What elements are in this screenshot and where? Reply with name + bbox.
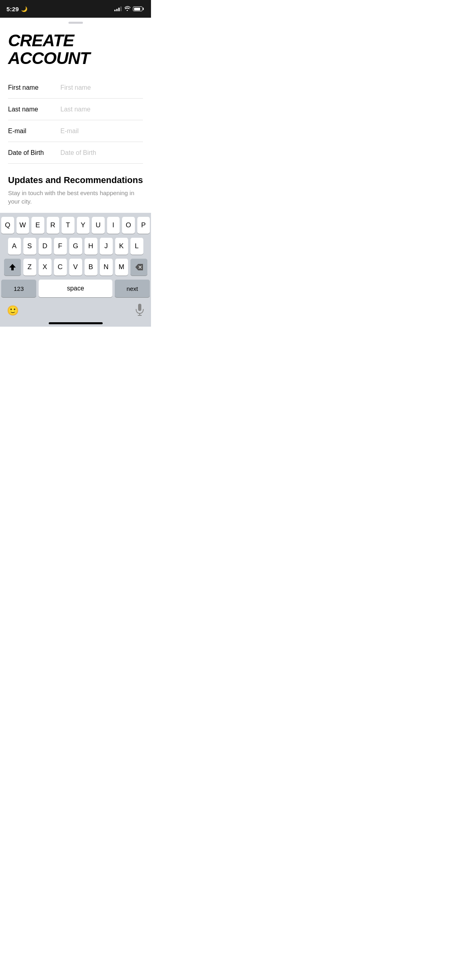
space-key[interactable]: space (39, 280, 112, 297)
keyboard-row-1: Q W E R T Y U I O P (1, 217, 150, 234)
keyboard-bottom-row: 🙂 (1, 301, 150, 321)
drag-handle-bar (68, 22, 83, 24)
delete-key[interactable] (130, 259, 147, 276)
key-k[interactable]: K (115, 238, 128, 255)
key-r[interactable]: R (47, 217, 60, 234)
svg-rect-0 (138, 304, 141, 311)
keyboard: Q W E R T Y U I O P A S D F G H J K L (0, 213, 151, 327)
key-x[interactable]: X (39, 259, 52, 276)
key-v[interactable]: V (69, 259, 82, 276)
create-account-form: First name Last name E-mail Date of Birt… (0, 77, 151, 164)
key-b[interactable]: B (85, 259, 97, 276)
status-right-icons (114, 6, 144, 12)
key-c[interactable]: C (54, 259, 67, 276)
key-o[interactable]: O (122, 217, 135, 234)
key-j[interactable]: J (100, 238, 113, 255)
key-y[interactable]: Y (77, 217, 90, 234)
key-g[interactable]: G (69, 238, 82, 255)
drag-handle[interactable] (0, 18, 151, 26)
email-row: E-mail (8, 120, 143, 142)
next-key[interactable]: next (115, 280, 150, 297)
key-m[interactable]: M (115, 259, 128, 276)
key-z[interactable]: Z (23, 259, 36, 276)
recommendations-title: Updates and Recommendations (8, 175, 143, 185)
status-bar: 5:29 🌙 (0, 0, 151, 18)
main-content: CREATE ACCOUNT First name Last name E-ma… (0, 18, 151, 327)
key-q[interactable]: Q (1, 217, 14, 234)
email-label: E-mail (8, 128, 60, 135)
battery-icon (133, 6, 144, 11)
last-name-input[interactable] (60, 106, 143, 113)
recommendations-desc: Stay in touch with the best events happe… (8, 189, 143, 206)
key-e[interactable]: E (31, 217, 44, 234)
keyboard-row-3: Z X C V B N M (1, 259, 150, 276)
signal-icon (114, 6, 122, 11)
key-f[interactable]: F (54, 238, 67, 255)
email-input[interactable] (60, 128, 143, 135)
keyboard-row-4: 123 space next (1, 280, 150, 297)
key-p[interactable]: P (137, 217, 150, 234)
dob-input[interactable] (60, 149, 143, 156)
dob-row: Date of Birth (8, 142, 143, 164)
home-bar (49, 322, 103, 324)
last-name-label: Last name (8, 106, 60, 113)
home-indicator (1, 321, 150, 327)
microphone-icon[interactable] (135, 304, 144, 317)
key-u[interactable]: U (92, 217, 105, 234)
key-h[interactable]: H (85, 238, 97, 255)
emoji-icon[interactable]: 🙂 (7, 305, 19, 316)
key-w[interactable]: W (17, 217, 29, 234)
wifi-icon (124, 6, 130, 12)
page-title: CREATE ACCOUNT (0, 26, 151, 77)
status-time: 5:29 🌙 (6, 6, 27, 12)
key-s[interactable]: S (23, 238, 36, 255)
key-i[interactable]: I (107, 217, 120, 234)
dob-label: Date of Birth (8, 149, 60, 156)
first-name-row: First name (8, 77, 143, 99)
key-t[interactable]: T (62, 217, 74, 234)
moon-icon: 🌙 (21, 6, 27, 12)
first-name-label: First name (8, 84, 60, 91)
keyboard-row-2: A S D F G H J K L (1, 238, 150, 255)
key-l[interactable]: L (130, 238, 143, 255)
key-d[interactable]: D (39, 238, 52, 255)
last-name-row: Last name (8, 99, 143, 120)
numbers-key[interactable]: 123 (1, 280, 36, 297)
first-name-input[interactable] (60, 84, 143, 91)
shift-key[interactable] (4, 259, 21, 276)
key-n[interactable]: N (100, 259, 113, 276)
key-a[interactable]: A (8, 238, 21, 255)
